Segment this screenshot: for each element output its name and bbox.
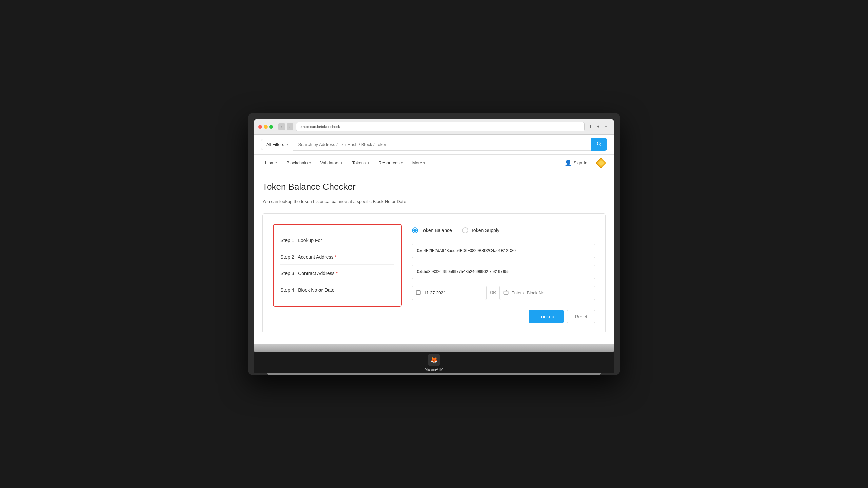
or-separator: OR <box>490 290 496 295</box>
nav-validators-label: Validators <box>320 160 340 165</box>
laptop-base <box>267 373 601 375</box>
nav-more-label: More <box>412 160 422 165</box>
back-button[interactable]: ‹ <box>278 123 285 130</box>
step4-prefix: Step 4 : Block No <box>280 287 318 293</box>
address-text: etherscan.io/tokencheck <box>300 125 340 129</box>
step3-label: Step 3 : Contract Address <box>280 271 335 276</box>
validators-chevron-icon: ▾ <box>341 161 342 165</box>
contract-address-field-wrapper <box>412 265 595 279</box>
close-button[interactable] <box>258 125 262 129</box>
reset-button[interactable]: Reset <box>567 310 595 323</box>
nav-validators[interactable]: Validators ▾ <box>316 156 347 170</box>
browser-chrome: ‹ › etherscan.io/tokencheck ⬆ + ⋯ <box>254 119 614 135</box>
more-chevron-icon: ▾ <box>423 161 425 165</box>
nav-resources[interactable]: Resources ▾ <box>375 156 407 170</box>
token-supply-radio[interactable]: Token Supply <box>462 227 499 233</box>
lookup-type-radio-group: Token Balance Token Supply <box>412 224 595 237</box>
nav-blockchain[interactable]: Blockchain ▾ <box>282 156 315 170</box>
search-icon <box>596 141 602 148</box>
maximize-button[interactable] <box>269 125 273 129</box>
nav-home-label: Home <box>265 160 277 165</box>
token-supply-radio-circle <box>462 227 468 233</box>
step4-row: OR <box>412 286 595 300</box>
blockchain-chevron-icon: ▾ <box>309 161 311 165</box>
taskbar: 🦊 MarginATM <box>254 352 614 373</box>
nav-more[interactable]: More ▾ <box>408 156 430 170</box>
account-address-field-wrapper: ⋯ <box>412 244 595 258</box>
date-input-wrapper <box>412 286 487 300</box>
tokens-chevron-icon: ▾ <box>368 161 369 165</box>
search-bar: All Filters ▾ <box>254 135 614 155</box>
date-input[interactable] <box>424 290 483 296</box>
taskbar-app: 🦊 MarginATM <box>425 354 443 371</box>
nav-home[interactable]: Home <box>261 156 281 170</box>
app-name-label: MarginATM <box>425 367 443 371</box>
traffic-lights <box>258 125 273 129</box>
token-balance-radio[interactable]: Token Balance <box>412 227 452 233</box>
sign-in-label: Sign In <box>574 160 587 165</box>
page-title: Token Balance Checker <box>262 182 606 192</box>
token-balance-radio-circle <box>412 227 418 233</box>
step1-label: Step 1 : Lookup For <box>280 238 322 243</box>
token-balance-radio-inner <box>413 229 417 232</box>
svg-line-1 <box>600 145 601 146</box>
filter-chevron-icon: ▾ <box>286 142 288 147</box>
block-no-input[interactable] <box>511 290 591 296</box>
steps-panel: Step 1 : Lookup For Step 2 : Account Add… <box>273 224 402 307</box>
browser-actions: ⬆ + ⋯ <box>587 124 610 130</box>
contract-address-input[interactable] <box>412 265 595 279</box>
app-icon[interactable]: 🦊 <box>428 354 440 366</box>
step4-or: or <box>318 287 323 293</box>
nav-bar: Home Blockchain ▾ Validators ▾ Tokens ▾ … <box>254 155 614 171</box>
minimize-button[interactable] <box>264 125 268 129</box>
more-options-icon[interactable]: ⋯ <box>604 124 610 130</box>
step3-item: Step 3 : Contract Address * <box>280 266 394 281</box>
resources-chevron-icon: ▾ <box>401 161 403 165</box>
lookup-button[interactable]: Lookup <box>529 310 564 323</box>
page-content: All Filters ▾ Home <box>254 135 614 344</box>
nav-sign-in[interactable]: 👤 Sign In <box>560 155 591 171</box>
nav-tokens[interactable]: Tokens ▾ <box>348 156 373 170</box>
address-book-icon: ⋯ <box>586 248 592 254</box>
laptop-bottom <box>254 344 614 352</box>
right-panel: Token Balance Token Supply ⋯ <box>412 224 595 323</box>
token-supply-label: Token Supply <box>471 228 499 233</box>
step1-item: Step 1 : Lookup For <box>280 233 394 248</box>
page-subtitle: You can lookup the token historical bala… <box>262 199 606 204</box>
step2-required: * <box>335 254 336 260</box>
step4-suffix: Date <box>323 287 334 293</box>
step2-item: Step 2 : Account Address * <box>280 249 394 265</box>
step4-item: Step 4 : Block No or Date <box>280 283 394 298</box>
main-content: Token Balance Checker You can lookup the… <box>254 171 614 344</box>
token-balance-label: Token Balance <box>421 228 452 233</box>
add-tab-icon[interactable]: + <box>595 124 601 130</box>
block-icon <box>503 290 509 296</box>
checker-card: Step 1 : Lookup For Step 2 : Account Add… <box>262 214 606 333</box>
step3-required: * <box>336 271 337 276</box>
account-circle-icon: 👤 <box>565 159 572 166</box>
search-button[interactable] <box>591 138 607 151</box>
browser-nav: ‹ › <box>278 123 293 130</box>
share-icon[interactable]: ⬆ <box>587 124 593 130</box>
action-row: Lookup Reset <box>412 310 595 323</box>
filter-label: All Filters <box>266 142 284 147</box>
laptop-screen: ‹ › etherscan.io/tokencheck ⬆ + ⋯ All Fi… <box>254 119 614 344</box>
forward-button[interactable]: › <box>287 123 293 130</box>
nav-tokens-label: Tokens <box>352 160 366 165</box>
search-input[interactable] <box>293 138 591 151</box>
account-address-input[interactable] <box>412 244 595 258</box>
app-logo-icon: 🦊 <box>430 356 438 364</box>
filter-dropdown[interactable]: All Filters ▾ <box>261 139 293 150</box>
nav-blockchain-label: Blockchain <box>287 160 308 165</box>
calendar-icon <box>416 290 421 296</box>
block-input-wrapper <box>499 286 595 300</box>
nav-resources-label: Resources <box>379 160 400 165</box>
step2-label: Step 2 : Account Address <box>280 254 333 260</box>
address-bar[interactable]: etherscan.io/tokencheck <box>296 122 585 131</box>
svg-rect-6 <box>416 290 420 294</box>
brand-logo <box>595 157 607 169</box>
laptop-frame: ‹ › etherscan.io/tokencheck ⬆ + ⋯ All Fi… <box>248 113 620 375</box>
checker-grid: Step 1 : Lookup For Step 2 : Account Add… <box>273 224 595 323</box>
